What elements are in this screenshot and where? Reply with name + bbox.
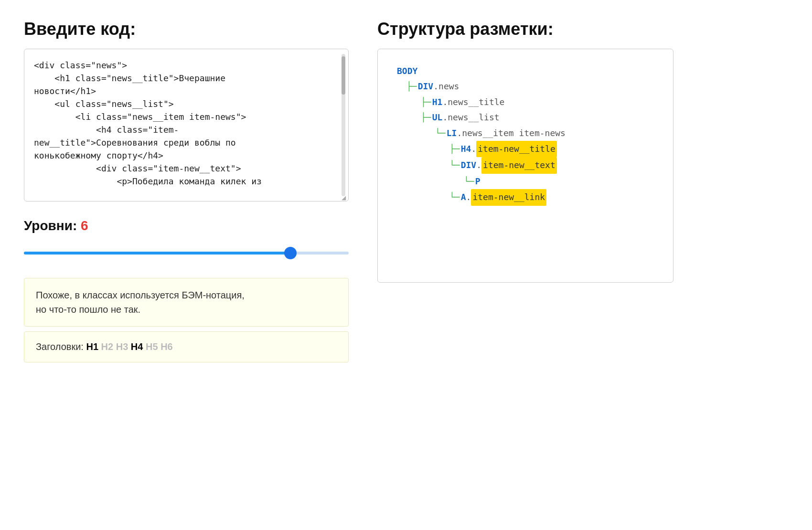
tree-container: BODY ├─ DIV.news ├─ H1.news__title ├─ UL… [397,64,654,206]
tree-node-body: BODY [397,64,654,79]
headings-label: Заголовки: [36,341,84,352]
bem-info-box: Похоже, в классах используется БЭМ-нотац… [24,278,349,327]
tree-node-h4: ├─ H4.item-new__title [397,141,654,157]
levels-value: 6 [81,218,88,233]
tree-node-li: └─ LI.news__item item-news [397,126,654,141]
info-boxes: Похоже, в классах используется БЭМ-нотац… [24,278,349,362]
structure-title: Структура разметки: [377,19,673,39]
tree-node-h1: ├─ H1.news__title [397,95,654,110]
tree-node-div-news: ├─ DIV.news [397,79,654,94]
levels-label: Уровни: 6 [24,218,349,233]
heading-h5: H5 [146,341,158,352]
structure-box: BODY ├─ DIV.news ├─ H1.news__title ├─ UL… [377,49,673,283]
levels-slider[interactable] [24,252,349,254]
heading-h6: H6 [160,341,173,352]
code-input-wrapper: <div class="news"> <h1 class="news__titl… [24,49,349,201]
headings-box: Заголовки: H1 H2 H3 H4 H5 H6 [24,331,349,362]
scrollbar [342,54,345,196]
code-input[interactable]: <div class="news"> <h1 class="news__titl… [34,59,339,191]
main-layout: Введите код: <div class="news"> <h1 clas… [24,19,788,362]
scrollbar-thumb [342,56,345,95]
input-title: Введите код: [24,19,349,39]
tree-node-ul: ├─ UL.news__list [397,110,654,125]
levels-section: Уровни: 6 [24,218,349,261]
tree-node-a: └─ A.item-new__link [397,189,654,205]
resize-handle: ◢ [342,194,347,200]
tree-node-div-text: └─ DIV.item-new__text [397,157,654,173]
heading-h4: H4 [131,341,143,352]
left-panel: Введите код: <div class="news"> <h1 clas… [24,19,349,362]
right-panel: Структура разметки: BODY ├─ DIV.news ├─ … [377,19,673,283]
slider-container [24,243,349,261]
bem-info-text: Похоже, в классах используется БЭМ-нотац… [36,288,337,317]
heading-h1: H1 [86,341,98,352]
tree-node-p: └─ P [397,174,654,189]
heading-h3: H3 [116,341,128,352]
heading-h2: H2 [101,341,114,352]
